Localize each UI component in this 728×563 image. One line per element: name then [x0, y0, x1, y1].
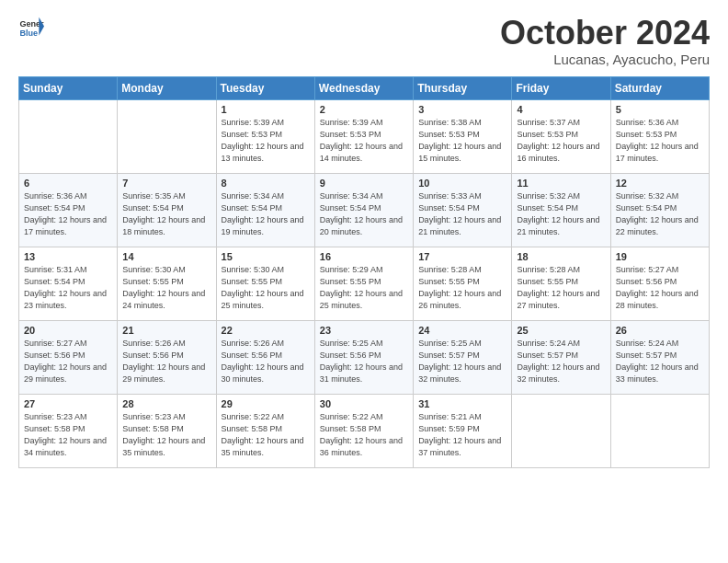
day-number: 16	[320, 251, 408, 262]
month-title: October 2024	[500, 15, 710, 52]
calendar-week-row: 27Sunrise: 5:23 AMSunset: 5:58 PMDayligh…	[19, 394, 710, 467]
svg-text:Blue: Blue	[19, 29, 38, 38]
day-number: 30	[320, 398, 408, 409]
calendar-day-cell: 6Sunrise: 5:36 AMSunset: 5:54 PMDaylight…	[19, 173, 118, 247]
day-info: Sunrise: 5:32 AMSunset: 5:54 PMDaylight:…	[517, 190, 605, 238]
day-info: Sunrise: 5:26 AMSunset: 5:56 PMDaylight:…	[122, 338, 210, 385]
day-number: 14	[122, 251, 210, 262]
day-info: Sunrise: 5:31 AMSunset: 5:54 PMDaylight:…	[24, 264, 112, 312]
page: GeneralBlue October 2024 Lucanas, Ayacuc…	[0, 0, 728, 563]
location-subtitle: Lucanas, Ayacucho, Peru	[500, 52, 710, 67]
weekday-header-row: SundayMondayTuesdayWednesdayThursdayFrid…	[19, 76, 710, 99]
calendar-day-cell: 14Sunrise: 5:30 AMSunset: 5:55 PMDayligh…	[118, 247, 216, 320]
calendar-day-cell: 26Sunrise: 5:24 AMSunset: 5:57 PMDayligh…	[610, 320, 709, 394]
day-number: 18	[517, 251, 605, 262]
logo: GeneralBlue	[18, 15, 44, 40]
day-number: 8	[222, 178, 310, 189]
day-info: Sunrise: 5:35 AMSunset: 5:54 PMDaylight:…	[122, 190, 210, 238]
day-info: Sunrise: 5:26 AMSunset: 5:56 PMDaylight:…	[222, 338, 310, 385]
calendar-day-cell: 7Sunrise: 5:35 AMSunset: 5:54 PMDaylight…	[118, 173, 216, 247]
title-block: October 2024 Lucanas, Ayacucho, Peru	[500, 15, 710, 67]
calendar-day-cell: 17Sunrise: 5:28 AMSunset: 5:55 PMDayligh…	[414, 247, 512, 320]
day-info: Sunrise: 5:28 AMSunset: 5:55 PMDaylight:…	[517, 264, 605, 312]
day-number: 21	[122, 325, 210, 336]
day-number: 25	[517, 325, 605, 336]
day-info: Sunrise: 5:34 AMSunset: 5:54 PMDaylight:…	[222, 190, 310, 238]
calendar-day-cell: 1Sunrise: 5:39 AMSunset: 5:53 PMDaylight…	[216, 99, 314, 173]
calendar-week-row: 6Sunrise: 5:36 AMSunset: 5:54 PMDaylight…	[19, 173, 710, 247]
empty-calendar-cell	[512, 394, 610, 467]
day-number: 11	[517, 178, 605, 189]
day-number: 28	[122, 398, 210, 409]
calendar-day-cell: 9Sunrise: 5:34 AMSunset: 5:54 PMDaylight…	[314, 173, 413, 247]
day-info: Sunrise: 5:21 AMSunset: 5:59 PMDaylight:…	[418, 411, 506, 459]
day-number: 10	[418, 178, 506, 189]
day-info: Sunrise: 5:39 AMSunset: 5:53 PMDaylight:…	[320, 117, 408, 165]
day-info: Sunrise: 5:39 AMSunset: 5:53 PMDaylight:…	[222, 117, 310, 165]
weekday-header-friday: Friday	[512, 76, 610, 99]
calendar-day-cell: 25Sunrise: 5:24 AMSunset: 5:57 PMDayligh…	[512, 320, 610, 394]
calendar-day-cell: 18Sunrise: 5:28 AMSunset: 5:55 PMDayligh…	[512, 247, 610, 320]
day-info: Sunrise: 5:27 AMSunset: 5:56 PMDaylight:…	[616, 264, 704, 312]
calendar-table: SundayMondayTuesdayWednesdayThursdayFrid…	[18, 76, 710, 468]
day-number: 15	[222, 251, 310, 262]
day-info: Sunrise: 5:29 AMSunset: 5:55 PMDaylight:…	[320, 264, 408, 312]
day-number: 6	[24, 178, 112, 189]
calendar-day-cell: 23Sunrise: 5:25 AMSunset: 5:56 PMDayligh…	[314, 320, 413, 394]
day-number: 9	[320, 178, 408, 189]
day-info: Sunrise: 5:24 AMSunset: 5:57 PMDaylight:…	[616, 338, 704, 385]
calendar-day-cell: 16Sunrise: 5:29 AMSunset: 5:55 PMDayligh…	[314, 247, 413, 320]
day-number: 1	[222, 104, 310, 115]
calendar-day-cell: 24Sunrise: 5:25 AMSunset: 5:57 PMDayligh…	[414, 320, 512, 394]
weekday-header-wednesday: Wednesday	[314, 76, 413, 99]
calendar-day-cell: 2Sunrise: 5:39 AMSunset: 5:53 PMDaylight…	[314, 99, 413, 173]
calendar-day-cell: 29Sunrise: 5:22 AMSunset: 5:58 PMDayligh…	[216, 394, 314, 467]
empty-calendar-cell	[19, 99, 118, 173]
calendar-week-row: 20Sunrise: 5:27 AMSunset: 5:56 PMDayligh…	[19, 320, 710, 394]
calendar-day-cell: 20Sunrise: 5:27 AMSunset: 5:56 PMDayligh…	[19, 320, 118, 394]
empty-calendar-cell	[610, 394, 709, 467]
weekday-header-tuesday: Tuesday	[216, 76, 314, 99]
day-number: 23	[320, 325, 408, 336]
day-number: 17	[418, 251, 506, 262]
day-number: 4	[517, 104, 605, 115]
calendar-day-cell: 31Sunrise: 5:21 AMSunset: 5:59 PMDayligh…	[414, 394, 512, 467]
day-number: 24	[418, 325, 506, 336]
day-number: 5	[616, 104, 704, 115]
weekday-header-saturday: Saturday	[610, 76, 709, 99]
calendar-day-cell: 12Sunrise: 5:32 AMSunset: 5:54 PMDayligh…	[610, 173, 709, 247]
day-info: Sunrise: 5:27 AMSunset: 5:56 PMDaylight:…	[24, 338, 112, 385]
day-info: Sunrise: 5:38 AMSunset: 5:53 PMDaylight:…	[418, 117, 506, 165]
day-number: 19	[616, 251, 704, 262]
calendar-day-cell: 21Sunrise: 5:26 AMSunset: 5:56 PMDayligh…	[118, 320, 216, 394]
day-info: Sunrise: 5:23 AMSunset: 5:58 PMDaylight:…	[122, 411, 210, 459]
day-number: 31	[418, 398, 506, 409]
empty-calendar-cell	[118, 99, 216, 173]
day-number: 7	[122, 178, 210, 189]
weekday-header-thursday: Thursday	[414, 76, 512, 99]
calendar-day-cell: 8Sunrise: 5:34 AMSunset: 5:54 PMDaylight…	[216, 173, 314, 247]
day-number: 27	[24, 398, 112, 409]
day-info: Sunrise: 5:32 AMSunset: 5:54 PMDaylight:…	[616, 190, 704, 238]
day-info: Sunrise: 5:22 AMSunset: 5:58 PMDaylight:…	[320, 411, 408, 459]
day-info: Sunrise: 5:37 AMSunset: 5:53 PMDaylight:…	[517, 117, 605, 165]
calendar-day-cell: 15Sunrise: 5:30 AMSunset: 5:55 PMDayligh…	[216, 247, 314, 320]
day-number: 2	[320, 104, 408, 115]
calendar-day-cell: 3Sunrise: 5:38 AMSunset: 5:53 PMDaylight…	[414, 99, 512, 173]
day-info: Sunrise: 5:24 AMSunset: 5:57 PMDaylight:…	[517, 338, 605, 385]
day-info: Sunrise: 5:30 AMSunset: 5:55 PMDaylight:…	[122, 264, 210, 312]
day-info: Sunrise: 5:25 AMSunset: 5:56 PMDaylight:…	[320, 338, 408, 385]
calendar-day-cell: 10Sunrise: 5:33 AMSunset: 5:54 PMDayligh…	[414, 173, 512, 247]
day-info: Sunrise: 5:28 AMSunset: 5:55 PMDaylight:…	[418, 264, 506, 312]
day-info: Sunrise: 5:36 AMSunset: 5:54 PMDaylight:…	[24, 190, 112, 238]
generalblue-logo-icon: GeneralBlue	[18, 15, 44, 40]
day-number: 3	[418, 104, 506, 115]
day-info: Sunrise: 5:34 AMSunset: 5:54 PMDaylight:…	[320, 190, 408, 238]
calendar-day-cell: 13Sunrise: 5:31 AMSunset: 5:54 PMDayligh…	[19, 247, 118, 320]
calendar-day-cell: 11Sunrise: 5:32 AMSunset: 5:54 PMDayligh…	[512, 173, 610, 247]
header-row: GeneralBlue October 2024 Lucanas, Ayacuc…	[18, 15, 710, 67]
weekday-header-monday: Monday	[118, 76, 216, 99]
day-info: Sunrise: 5:33 AMSunset: 5:54 PMDaylight:…	[418, 190, 506, 238]
day-number: 13	[24, 251, 112, 262]
calendar-day-cell: 28Sunrise: 5:23 AMSunset: 5:58 PMDayligh…	[118, 394, 216, 467]
